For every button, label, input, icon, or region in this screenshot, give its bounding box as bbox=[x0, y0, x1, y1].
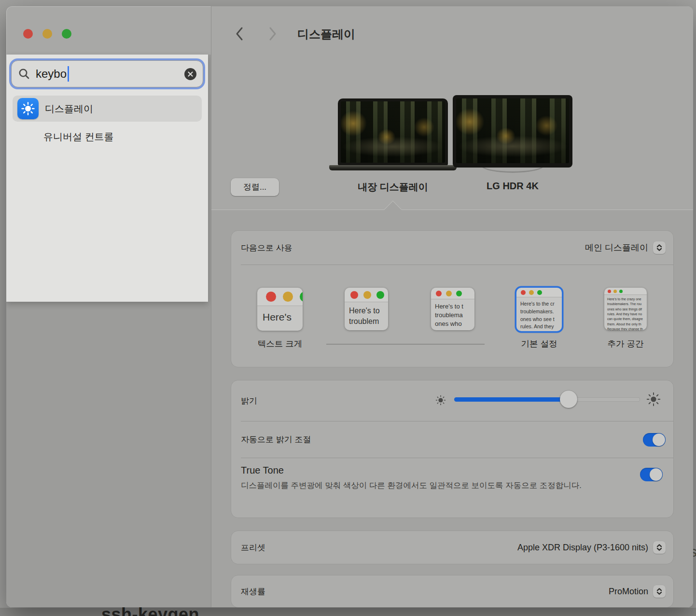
true-tone-label: True Tone bbox=[241, 465, 666, 476]
back-button[interactable] bbox=[233, 26, 246, 42]
zoom-button[interactable] bbox=[62, 29, 71, 39]
search-result-label: 디스플레이 bbox=[45, 102, 93, 115]
brightness-slider-fill bbox=[454, 397, 569, 402]
toggle-knob bbox=[650, 468, 662, 481]
preset-value: Apple XDR Display (P3-1600 nits) bbox=[517, 543, 648, 553]
resolution-option-3[interactable]: Here's to ttroublemaones who bbox=[431, 288, 474, 330]
mini-titlebar bbox=[257, 288, 303, 306]
builtin-display-name: 내장 디스플레이 bbox=[335, 181, 451, 194]
up-down-chevrons-icon bbox=[655, 588, 663, 595]
true-tone-row: True Tone 디스플레이를 주변광에 맞춰 색상이 다른 환경에서도 일관… bbox=[231, 458, 673, 491]
preset-dropdown[interactable] bbox=[653, 541, 666, 554]
wallpaper-preview bbox=[341, 101, 445, 163]
mini-preview-text: Here's totroublem bbox=[345, 302, 388, 326]
mini-titlebar bbox=[345, 288, 388, 302]
use-as-dropdown[interactable] bbox=[653, 241, 666, 254]
brightness-card: 밝기 bbox=[231, 380, 673, 518]
preset-label: 프리셋 bbox=[241, 542, 265, 553]
mini-titlebar bbox=[431, 288, 474, 299]
refresh-rate-label: 재생률 bbox=[241, 586, 265, 597]
preset-card: 프리셋 Apple XDR Display (P3-1600 nits) bbox=[231, 531, 673, 564]
use-as-value: 메인 디스플레이 bbox=[585, 242, 648, 253]
external-display-name: LG HDR 4K bbox=[455, 181, 571, 192]
auto-brightness-label: 자동으로 밝기 조절 bbox=[241, 434, 311, 445]
resolution-option-more-space[interactable]: Here's to the crazy onetroublemakers. Th… bbox=[604, 288, 647, 330]
resolution-options: Here's Here's totroublem Here's to ttrou… bbox=[231, 265, 673, 367]
arrange-button[interactable]: 정렬... bbox=[231, 178, 279, 196]
true-tone-toggle[interactable] bbox=[640, 468, 663, 481]
builtin-display-thumbnail[interactable] bbox=[338, 98, 448, 166]
resolution-option-default-selected[interactable]: Here's to the crtroublemakers.ones who s… bbox=[516, 288, 562, 331]
minimize-button[interactable] bbox=[42, 29, 52, 39]
brightness-low-icon bbox=[435, 395, 446, 406]
mini-titlebar bbox=[604, 288, 647, 295]
use-as-label: 다음으로 사용 bbox=[241, 242, 292, 253]
brightness-slider-thumb[interactable] bbox=[560, 391, 577, 408]
chevron-right-icon bbox=[268, 27, 277, 41]
x-icon bbox=[188, 71, 193, 77]
preset-row: 프리셋 Apple XDR Display (P3-1600 nits) bbox=[231, 531, 673, 564]
brightness-slider[interactable] bbox=[454, 397, 640, 402]
refresh-rate-card: 재생률 ProMotion bbox=[231, 575, 673, 607]
up-down-chevrons-icon bbox=[655, 544, 663, 551]
mini-preview-text: Here's bbox=[257, 306, 303, 323]
brightness-row: 밝기 bbox=[231, 380, 673, 421]
close-button[interactable] bbox=[23, 29, 33, 39]
refresh-rate-dropdown[interactable] bbox=[653, 585, 666, 598]
search-query-text: keybo bbox=[36, 67, 67, 81]
auto-brightness-row: 자동으로 밝기 조절 bbox=[231, 421, 673, 458]
display-brightness-icon bbox=[17, 98, 39, 119]
resolution-track-line bbox=[326, 344, 485, 345]
forward-button[interactable] bbox=[266, 26, 279, 42]
true-tone-description: 디스플레이를 주변광에 맞춰 색상이 다른 환경에서도 일관적으로 보이도록 자… bbox=[241, 479, 600, 491]
sidebar: keybo bbox=[6, 6, 211, 607]
page-title: 디스플레이 bbox=[297, 27, 355, 42]
external-display-thumbnail[interactable] bbox=[453, 95, 572, 168]
display-header-section: 디스플레이 내장 디스플레이 LG HDR 4K 정렬... bbox=[211, 6, 693, 210]
refresh-rate-value: ProMotion bbox=[609, 587, 648, 597]
resolution-option-2[interactable]: Here's totroublem bbox=[345, 288, 388, 330]
mini-preview-text: Here's to the crtroublemakers.ones who s… bbox=[516, 297, 562, 331]
brightness-high-icon bbox=[646, 392, 661, 406]
text-cursor bbox=[68, 66, 69, 82]
use-as-row: 다음으로 사용 메인 디스플레이 bbox=[231, 231, 673, 265]
laptop-base bbox=[329, 165, 457, 170]
mini-preview-text: Here's to ttroublemaones who bbox=[431, 299, 474, 329]
option-label-default: 기본 설정 bbox=[505, 338, 573, 350]
option-label-more-space: 추가 공간 bbox=[592, 338, 659, 350]
chevron-left-icon bbox=[235, 27, 244, 41]
toggle-knob bbox=[653, 434, 665, 446]
up-down-chevrons-icon bbox=[655, 244, 663, 252]
brightness-label: 밝기 bbox=[241, 395, 257, 406]
search-icon bbox=[18, 68, 30, 80]
clear-search-button[interactable] bbox=[184, 68, 196, 80]
content-pane: 디스플레이 내장 디스플레이 LG HDR 4K 정렬... 다음으로 사용 메… bbox=[211, 6, 693, 607]
search-input[interactable]: keybo bbox=[11, 60, 203, 87]
option-label-larger-text: 텍스트 크게 bbox=[246, 338, 314, 350]
mini-titlebar bbox=[516, 288, 562, 297]
auto-brightness-toggle[interactable] bbox=[643, 433, 666, 447]
search-result-universal-control[interactable]: 유니버설 컨트롤 bbox=[13, 127, 202, 146]
resolution-option-larger-text[interactable]: Here's bbox=[257, 288, 303, 331]
search-result-label: 유니버설 컨트롤 bbox=[43, 130, 114, 143]
refresh-rate-row: 재생률 ProMotion bbox=[231, 575, 673, 607]
resolution-card: 다음으로 사용 메인 디스플레이 Here's bbox=[231, 231, 673, 367]
system-settings-window: keybo bbox=[6, 6, 693, 607]
wallpaper-preview bbox=[456, 98, 569, 163]
search-result-displays[interactable]: 디스플레이 bbox=[13, 96, 202, 122]
search-results-popup: keybo bbox=[6, 55, 208, 302]
mini-preview-text: Here's to the crazy onetroublemakers. Th… bbox=[604, 295, 647, 330]
